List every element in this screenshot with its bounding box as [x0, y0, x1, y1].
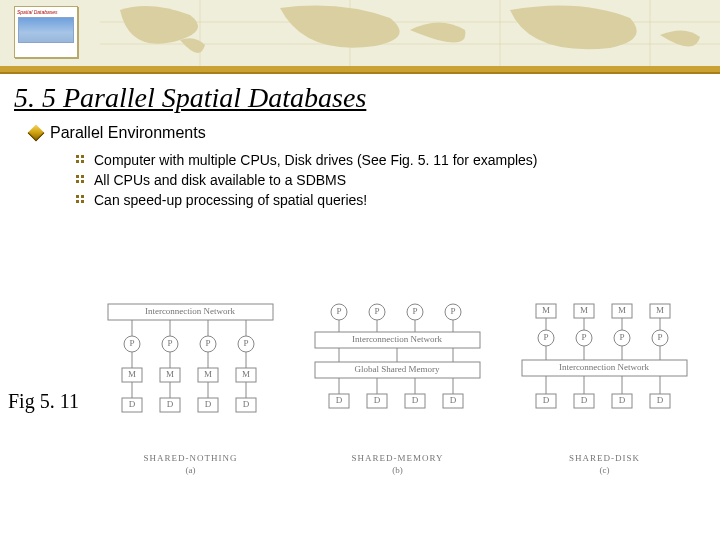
interconn-label: Interconnection Network [145, 306, 236, 316]
caption-c-sub: (c) [599, 465, 609, 475]
svg-text:M: M [242, 369, 250, 379]
diagram-shared-memory: P P P P Interconnection Network Global S… [305, 300, 490, 475]
svg-text:M: M [656, 305, 664, 315]
m-label: M [128, 369, 136, 379]
caption-b-sub: (b) [392, 465, 403, 475]
svg-text:D: D [243, 399, 250, 409]
p-label: P [129, 338, 134, 348]
bullet-level2-text: Can speed-up processing of spatial queri… [94, 190, 367, 210]
figure-label: Fig 5. 11 [8, 390, 79, 413]
svg-text:D: D [657, 395, 664, 405]
svg-text:P: P [205, 338, 210, 348]
diamond-bullet-icon [28, 125, 45, 142]
svg-text:P: P [374, 306, 379, 316]
dots-bullet-icon [76, 195, 86, 205]
logo-image [18, 17, 74, 43]
svg-text:D: D [374, 395, 381, 405]
svg-text:D: D [450, 395, 457, 405]
svg-text:M: M [166, 369, 174, 379]
caption-b-label: SHARED-MEMORY [351, 453, 443, 463]
header-map-bg [100, 0, 720, 66]
diagram-shared-nothing: Interconnection Network P M D P [98, 300, 283, 475]
svg-text:D: D [581, 395, 588, 405]
svg-text:M: M [204, 369, 212, 379]
svg-text:M: M [618, 305, 626, 315]
svg-text:P: P [543, 332, 548, 342]
svg-text:D: D [619, 395, 626, 405]
diagram-caption-c: SHARED-DISK (c) [569, 453, 640, 475]
svg-text:M: M [542, 305, 550, 315]
bullet-level2: All CPUs and disk available to a SDBMS [76, 170, 720, 190]
header-band: Spatial Databases [0, 0, 720, 66]
svg-text:D: D [205, 399, 212, 409]
caption-a-sub: (a) [186, 465, 196, 475]
svg-text:Interconnection Network: Interconnection Network [559, 362, 650, 372]
diagram-shared-disk: M M M M P P P P Interconnection Network [512, 300, 697, 475]
content-area: Parallel Environments Computer with mult… [30, 124, 720, 210]
svg-text:P: P [581, 332, 586, 342]
dots-bullet-icon [76, 155, 86, 165]
svg-text:P: P [450, 306, 455, 316]
svg-text:P: P [412, 306, 417, 316]
sub-list: Computer with multiple CPUs, Disk drives… [76, 150, 720, 210]
figure-5-11: Interconnection Network P M D P [98, 300, 718, 475]
logo: Spatial Databases [14, 6, 78, 58]
caption-a-label: SHARED-NOTHING [144, 453, 238, 463]
diagram-caption-b: SHARED-MEMORY (b) [351, 453, 443, 475]
gold-separator [0, 66, 720, 74]
gsm-label: Global Shared Memory [355, 364, 440, 374]
svg-text:P: P [243, 338, 248, 348]
svg-text:P: P [336, 306, 341, 316]
d-label: D [129, 399, 136, 409]
dots-bullet-icon [76, 175, 86, 185]
svg-text:P: P [167, 338, 172, 348]
caption-c-label: SHARED-DISK [569, 453, 640, 463]
svg-text:P: P [619, 332, 624, 342]
logo-title: Spatial Databases [15, 7, 77, 15]
svg-text:D: D [167, 399, 174, 409]
bullet-level2: Computer with multiple CPUs, Disk drives… [76, 150, 720, 170]
svg-text:P: P [657, 332, 662, 342]
svg-text:D: D [336, 395, 343, 405]
bullet-level1-text: Parallel Environments [50, 124, 206, 142]
bullet-level1: Parallel Environments [30, 124, 720, 142]
bullet-level2-text: Computer with multiple CPUs, Disk drives… [94, 150, 537, 170]
bullet-level2: Can speed-up processing of spatial queri… [76, 190, 720, 210]
svg-text:D: D [543, 395, 550, 405]
svg-text:D: D [412, 395, 419, 405]
diagram-caption-a: SHARED-NOTHING (a) [144, 453, 238, 475]
bullet-level2-text: All CPUs and disk available to a SDBMS [94, 170, 346, 190]
svg-text:M: M [580, 305, 588, 315]
svg-text:Interconnection Network: Interconnection Network [352, 334, 443, 344]
page-title: 5. 5 Parallel Spatial Databases [14, 82, 720, 114]
